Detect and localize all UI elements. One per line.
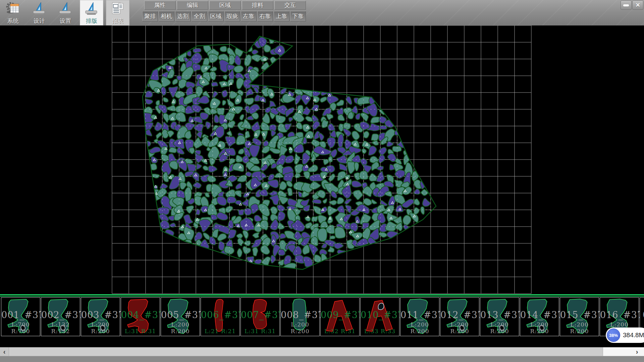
module-system-button[interactable]: 系统 [1,0,25,25]
scrollbar-thumb[interactable] [9,347,603,356]
piece-id: 005_#37 [161,310,200,320]
tool-button-10[interactable]: 下靠 [290,11,306,21]
piece-id: 009_#37 [321,310,359,320]
piece-lr-count: L:132 R:132 [41,321,80,335]
piece-id: 006_#37 [201,310,239,320]
module-label: 设计 [34,17,45,25]
piece-thumbnail-1[interactable]: 001_#37L:700 R:700 [1,297,40,336]
minimize-icon [623,4,629,6]
strip-separator [0,294,644,297]
tool-button-1[interactable]: 聚排 [142,11,158,21]
piece-thumbnail-11[interactable]: 011_#37L:200 R:200 [400,297,439,336]
module-label: 系统 [7,17,19,25]
close-button[interactable]: ✕ [632,1,643,10]
piece-id: 015_#37 [560,310,599,320]
tool-button-5[interactable]: 区域 [208,11,224,21]
module-nesting-button[interactable]: 排版 [80,0,103,25]
piece-lr-count: L:200 R:200 [400,321,439,335]
piece-id: 007_#37 [241,310,279,320]
piece-id: 016_#37 [600,310,639,320]
piece-thumbnail-15[interactable]: 015_#37L:200 R:200 [560,297,599,336]
menu-tab-2[interactable]: 编辑 [177,1,208,10]
module-design-button[interactable]: 设计 [28,0,51,25]
piece-lr-count: L:200 R:200 [161,321,200,335]
menu-tabs: 属性编辑区域排料交互 [144,1,307,10]
piece-lr-count: L:21 R:21 [201,328,239,335]
module-label: 设置 [60,17,71,25]
module-settings-button[interactable]: 设置 [54,0,77,25]
piece-lr-count: L:200 R:200 [480,321,519,335]
tool-button-4[interactable]: 全割 [192,11,207,21]
piece-id: 0 [640,310,644,320]
piece-thumbnail-13[interactable]: 013_#37L:200 R:200 [480,297,519,336]
tool-button-3[interactable]: 选割 [175,11,191,21]
tool-button-6[interactable]: 瑕疵 [224,11,240,21]
progress-percent: 38% [609,333,618,338]
tool-button-9[interactable]: 上靠 [274,11,289,21]
pieces-strip: 001_#37L:700 R:700002_#37L:132 R:132003_… [0,294,644,338]
menu-tab-5[interactable]: 交互 [274,1,306,10]
piece-lr-count: L:200 R:200 [281,321,319,335]
design-icon [32,1,47,16]
report-icon [110,1,125,16]
status-bar [0,356,644,362]
nesting-icon [84,1,99,16]
settings-icon [58,1,73,16]
piece-thumbnail-7[interactable]: 007_#37L:31 R:31 [240,297,280,336]
piece-id: 008_#37 [281,310,319,320]
piece-lr-count: L:200 R:200 [560,321,599,335]
piece-thumbnail-8[interactable]: 008_#37L:200 R:200 [280,297,320,336]
nesting-scene [0,25,644,294]
piece-id: 001_#37 [1,310,40,320]
minimize-button[interactable] [621,1,632,10]
tool-button-2[interactable]: 相机 [159,11,174,21]
app-window: 系统设计设置排版报表 属性编辑区域排料交互 聚排相机选割全割区域瑕疵左靠右靠上靠… [0,0,644,362]
scroll-left-button[interactable]: ‹ [0,347,9,356]
piece-lr-count: L:32 R:31 [321,328,359,335]
piece-id: 010_#37 [361,310,399,320]
progress-circle: 38% [607,328,620,342]
piece-id: 014_#37 [520,310,559,320]
tool-button-7[interactable]: 左靠 [241,11,257,21]
menu-tab-4[interactable]: 排料 [242,1,273,10]
piece-thumbnail-2[interactable]: 002_#37L:132 R:132 [41,297,80,336]
horizontal-scrollbar[interactable]: ‹ › [0,347,644,356]
tool-bar: 聚排相机选割全割区域瑕疵左靠右靠上靠下靠 [142,11,307,21]
memory-badge: 38% 384.8M [606,327,644,343]
close-icon: ✕ [635,2,640,8]
piece-thumbnail-12[interactable]: 012_#37L:200 R:200 [440,297,479,336]
module-report-button[interactable]: 报表 [106,0,129,25]
menu-tab-1[interactable]: 属性 [144,1,176,10]
piece-lr-count: L:33 R:33 [361,328,399,335]
module-label: 排版 [86,17,97,25]
piece-thumbnail-3[interactable]: 003_#37L:200 R:200 [81,297,120,336]
piece-id: 011_#37 [400,310,439,320]
system-gear-icon [5,1,21,16]
piece-lr-count: L:200 R:200 [81,321,120,335]
nesting-canvas[interactable] [0,25,644,294]
piece-lr-count: L:31 R:31 [121,328,160,335]
memory-value: 384.8M [623,331,644,339]
piece-id: 002_#37 [41,310,80,320]
piece-lr-count: L:700 R:700 [1,321,40,335]
piece-thumbnail-5[interactable]: 005_#37L:200 R:200 [161,297,200,336]
piece-thumbnail-14[interactable]: 014_#37L:200 R:200 [520,297,559,336]
scroll-right-button[interactable]: › [632,347,642,356]
menu-tab-3[interactable]: 区域 [209,1,241,10]
piece-thumbnail-4[interactable]: 004_#37L:31 R:31 [121,297,160,336]
titlebar: 系统设计设置排版报表 属性编辑区域排料交互 聚排相机选割全割区域瑕疵左靠右靠上靠… [0,0,644,26]
piece-thumbnail-10[interactable]: 010_#37L:33 R:33 [360,297,399,336]
piece-id: 012_#37 [440,310,479,320]
tool-button-8[interactable]: 右靠 [257,11,273,21]
piece-id: 013_#37 [480,310,519,320]
piece-lr-count: L:200 R:200 [520,321,559,335]
piece-thumbnail-9[interactable]: 009_#37L:32 R:31 [320,297,360,336]
piece-id: 004_#37 [121,310,160,320]
window-controls: ✕ [620,1,643,10]
module-bar: 系统设计设置排版报表 [1,0,132,25]
module-label: 报表 [112,17,123,25]
piece-thumbnail-6[interactable]: 006_#37L:21 R:21 [201,297,240,336]
piece-lr-count: L:200 R:200 [440,321,479,335]
piece-thumbnails: 001_#37L:700 R:700002_#37L:132 R:132003_… [0,297,644,336]
piece-id: 003_#37 [81,310,120,320]
